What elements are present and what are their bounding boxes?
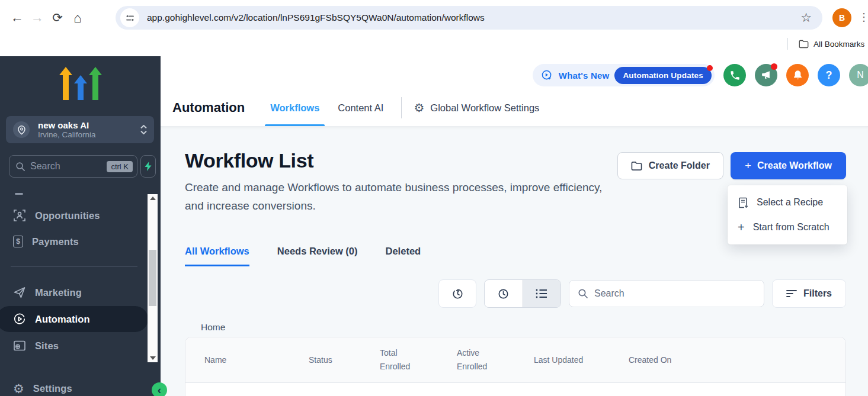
marketing-send-icon xyxy=(13,286,26,299)
list-view-button[interactable] xyxy=(523,280,561,307)
help-button[interactable]: ? xyxy=(818,64,840,86)
bookmarks-divider xyxy=(787,38,788,50)
gohighlevel-logo xyxy=(0,66,161,104)
sidebar-item-label: Sites xyxy=(35,340,59,352)
sidebar-item-settings[interactable]: ⚙ Settings xyxy=(0,375,161,396)
scrollbar-thumb[interactable] xyxy=(149,250,156,306)
account-location: Irvine, California xyxy=(38,130,140,140)
scroll-down-arrow[interactable] xyxy=(148,354,158,362)
search-shortcut-badge: ctrl K xyxy=(107,161,133,172)
section-title: Workflow List xyxy=(185,147,606,173)
sidebar-search[interactable]: ctrl K xyxy=(9,155,137,178)
tab-deleted[interactable]: Deleted xyxy=(386,246,421,266)
workflow-table: Name Status Total Enrolled Active Enroll… xyxy=(185,337,846,396)
sidebar-divider xyxy=(11,266,137,267)
browser-toolbar: ← → ⟳ ⌂ app.gohighlevel.com/v2/location/… xyxy=(0,0,868,36)
page-header: What's New Automation Updates xyxy=(161,56,868,126)
create-folder-button[interactable]: Create Folder xyxy=(617,152,723,179)
history-button[interactable] xyxy=(438,279,476,308)
browser-menu-icon[interactable]: ⋮ xyxy=(859,11,868,24)
whats-new-label: What's New xyxy=(559,70,610,81)
global-workflow-settings-link[interactable]: ⚙ Global Workflow Settings xyxy=(414,102,539,114)
folder-icon xyxy=(631,161,642,171)
recipe-icon xyxy=(738,197,748,208)
view-toggle xyxy=(484,279,561,308)
sidebar-item-automation[interactable]: Automation xyxy=(0,306,148,332)
column-header-status: Status xyxy=(309,353,380,367)
sites-icon xyxy=(13,339,26,352)
create-workflow-button[interactable]: + Create Workflow xyxy=(731,152,846,179)
workflow-search-input[interactable] xyxy=(594,288,755,299)
sidebar-item-opportunities[interactable]: Opportunities xyxy=(0,202,161,228)
column-header-created-on: Created On xyxy=(629,353,845,367)
phone-button[interactable] xyxy=(723,64,746,86)
tab-all-workflows[interactable]: All Workflows xyxy=(185,246,249,266)
all-bookmarks-label[interactable]: All Bookmarks xyxy=(813,40,868,49)
workflow-search[interactable] xyxy=(569,280,764,307)
question-mark-icon: ? xyxy=(826,69,832,82)
gear-icon: ⚙ xyxy=(414,102,424,114)
automation-icon xyxy=(13,313,26,326)
sidebar-collapse-button[interactable]: ‹ xyxy=(152,382,167,396)
bookmark-star-icon[interactable]: ☆ xyxy=(800,11,812,25)
tab-needs-review[interactable]: Needs Review (0) xyxy=(277,246,358,266)
notification-dot xyxy=(771,63,777,70)
megaphone-icon xyxy=(760,69,772,81)
notifications-button[interactable] xyxy=(786,64,809,86)
sidebar-item-label: Settings xyxy=(33,383,72,394)
tab-content-ai[interactable]: Content AI xyxy=(332,89,389,126)
plus-icon: + xyxy=(745,159,751,172)
lightning-bolt-icon xyxy=(145,162,152,171)
workflow-list-section: Workflow List Create and manage Workflow… xyxy=(161,126,868,396)
page-title: Automation xyxy=(172,100,245,115)
url-text[interactable]: app.gohighlevel.com/v2/location/lnPS691g… xyxy=(147,12,800,23)
column-header-total-enrolled: Total Enrolled xyxy=(380,346,457,374)
automation-updates-badge[interactable]: Automation Updates xyxy=(614,67,712,84)
browser-back-icon[interactable]: ← xyxy=(7,10,27,25)
menu-item-start-from-scratch[interactable]: + Start from Scratch xyxy=(728,215,847,240)
column-header-name: Name xyxy=(204,353,309,367)
sidebar-item-label: Marketing xyxy=(35,287,82,298)
account-switcher[interactable]: new oaks AI Irvine, California xyxy=(6,116,154,143)
location-pin-icon xyxy=(13,121,30,138)
sidebar-item-label: Opportunities xyxy=(35,210,100,221)
recent-view-button[interactable] xyxy=(485,280,523,307)
browser-home-icon[interactable]: ⌂ xyxy=(68,10,88,26)
table-header-row: Name Status Total Enrolled Active Enroll… xyxy=(185,337,845,383)
announcements-button[interactable] xyxy=(755,64,777,86)
account-name: new oaks AI xyxy=(38,120,140,130)
quick-actions-button[interactable] xyxy=(140,155,156,178)
whats-new-pill[interactable]: What's New Automation Updates xyxy=(533,64,715,86)
sidebar-search-input[interactable] xyxy=(30,161,107,172)
column-header-last-updated: Last Updated xyxy=(534,353,629,367)
sidebar-item-label: Automation xyxy=(35,314,90,325)
site-info-icon[interactable] xyxy=(120,8,139,27)
history-icon xyxy=(451,287,465,301)
browser-reload-icon[interactable]: ⟳ xyxy=(47,11,68,25)
browser-profile-avatar[interactable]: B xyxy=(832,8,851,27)
create-workflow-dropdown: Select a Recipe + Start from Scratch xyxy=(728,185,847,244)
filter-icon xyxy=(786,289,797,298)
filters-button[interactable]: Filters xyxy=(772,279,846,308)
sidebar-item-sites[interactable]: Sites xyxy=(0,333,161,359)
sidebar-item-marketing[interactable]: Marketing xyxy=(0,279,161,305)
scroll-up-arrow[interactable] xyxy=(148,194,158,202)
tab-workflows[interactable]: Workflows xyxy=(265,89,325,126)
section-description: Create and manage Workflows to automate … xyxy=(185,178,606,215)
address-bar[interactable]: app.gohighlevel.com/v2/location/lnPS691g… xyxy=(116,6,822,30)
bookmarks-bar: All Bookmarks xyxy=(0,36,868,56)
user-avatar[interactable]: N xyxy=(849,64,868,86)
table-body xyxy=(185,383,845,396)
column-header-active-enrolled: Active Enrolled xyxy=(457,346,534,374)
browser-forward-icon[interactable]: → xyxy=(27,10,47,25)
opportunities-icon xyxy=(13,209,26,222)
tabs-divider xyxy=(401,97,402,118)
bell-icon xyxy=(792,69,803,81)
account-chevrons-icon xyxy=(140,125,147,134)
menu-item-select-recipe[interactable]: Select a Recipe xyxy=(728,190,847,215)
sidebar-item-payments[interactable]: $ Payments xyxy=(0,228,161,255)
whats-new-play-icon xyxy=(541,69,553,82)
sidebar-scrollbar[interactable] xyxy=(148,194,158,362)
breadcrumb[interactable]: Home xyxy=(201,322,225,333)
settings-gear-icon: ⚙ xyxy=(13,382,24,395)
